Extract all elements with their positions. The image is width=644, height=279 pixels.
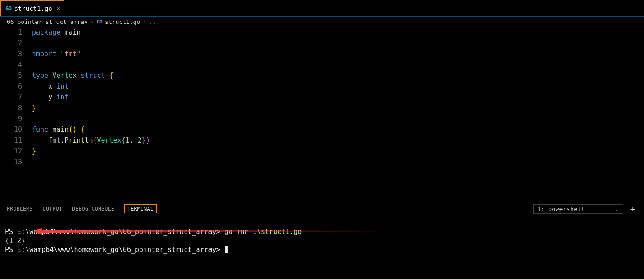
go-lang-icon: GO bbox=[97, 19, 102, 25]
breadcrumb-separator: › bbox=[143, 18, 146, 25]
code-content[interactable]: package main import "fmt" type Vertex st… bbox=[32, 27, 644, 201]
breadcrumb-folder[interactable]: 06_pointer_struct_array bbox=[7, 18, 88, 25]
line-number: 8 bbox=[0, 103, 22, 113]
breadcrumb-file[interactable]: struct1.go bbox=[105, 18, 140, 25]
terminal-output: {1 2} bbox=[5, 237, 25, 245]
line-number: 3 bbox=[0, 49, 22, 59]
line-number: 11 bbox=[0, 135, 22, 146]
line-gutter: 1 2 3 4 5 6 7 8 9 10 11 12 13 bbox=[0, 27, 32, 201]
tab-output[interactable]: OUTPUT bbox=[43, 206, 62, 212]
breadcrumb: 06_pointer_struct_array › GO struct1.go … bbox=[0, 17, 644, 27]
breadcrumb-separator: › bbox=[90, 18, 94, 25]
line-number: 1 bbox=[0, 27, 22, 38]
line-number: 7 bbox=[0, 92, 22, 103]
terminal-cursor bbox=[225, 246, 228, 253]
tab-debug-console[interactable]: DEBUG CONSOLE bbox=[72, 206, 114, 212]
tab-problems[interactable]: PROBLEMS bbox=[7, 206, 33, 212]
terminal-selector[interactable]: 1: powershell ⌄ bbox=[533, 204, 623, 214]
tab-terminal[interactable]: TERMINAL bbox=[124, 204, 157, 213]
new-terminal-button[interactable]: + bbox=[629, 204, 637, 214]
terminal-prompt: PS E:\wamp64\www\homework_go\06_pointer_… bbox=[5, 228, 221, 236]
tab-active[interactable]: GO struct1.go × bbox=[0, 0, 64, 16]
close-icon[interactable]: × bbox=[55, 5, 60, 12]
tab-filename: struct1.go bbox=[14, 5, 52, 12]
bottom-panel: PROBLEMS OUTPUT DEBUG CONSOLE TERMINAL 1… bbox=[0, 201, 644, 279]
line-number: 13 bbox=[0, 157, 22, 167]
line-number: 9 bbox=[0, 113, 22, 124]
panel-tab-bar: PROBLEMS OUTPUT DEBUG CONSOLE TERMINAL 1… bbox=[0, 201, 644, 216]
terminal-command: go run .\struct1.go bbox=[225, 228, 302, 236]
line-number: 10 bbox=[0, 124, 22, 135]
line-number: 4 bbox=[0, 59, 22, 70]
line-number: 2 bbox=[0, 38, 22, 49]
current-line bbox=[32, 157, 644, 167]
line-number: 6 bbox=[0, 81, 22, 92]
line-number: 12 bbox=[0, 146, 22, 157]
terminal-prompt: PS E:\wamp64\www\homework_go\06_pointer_… bbox=[5, 246, 221, 254]
breadcrumb-symbol[interactable]: ... bbox=[149, 18, 159, 25]
line-number: 5 bbox=[0, 70, 22, 81]
chevron-down-icon: ⌄ bbox=[616, 206, 619, 212]
terminal-selector-label: 1: powershell bbox=[537, 206, 585, 212]
terminal-content[interactable]: PS E:\wamp64\www\homework_go\06_pointer_… bbox=[0, 216, 644, 279]
tab-bar: GO struct1.go × bbox=[0, 0, 644, 17]
code-editor[interactable]: 1 2 3 4 5 6 7 8 9 10 11 12 13 package ma… bbox=[0, 27, 644, 201]
go-lang-icon: GO bbox=[5, 5, 11, 12]
